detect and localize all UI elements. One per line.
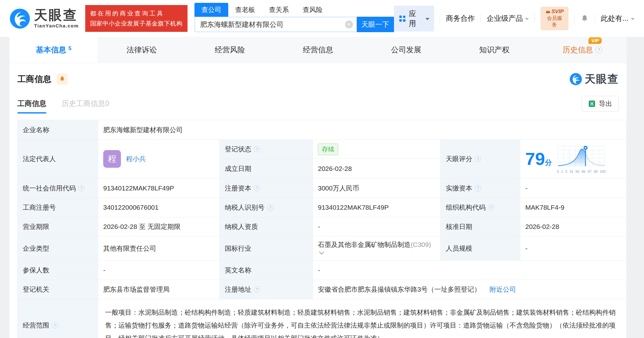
chevron-down-icon[interactable]	[319, 250, 324, 255]
business-info-panel: 工商信息 天眼查 工商信息 历史工商信息0 导出	[9, 63, 627, 338]
field-label: 经营范围?	[18, 299, 98, 338]
insured-count-value: -	[98, 261, 220, 280]
tab-label: 基本信息	[36, 45, 66, 55]
apps-menu-button[interactable]: 应用	[394, 6, 434, 32]
grid-icon	[399, 15, 406, 22]
approval-date-value: 2026-02-28	[520, 217, 627, 236]
field-label: 企业名称	[18, 120, 98, 140]
help-icon[interactable]: ?	[254, 286, 260, 293]
tab-history-info[interactable]: 历史信息 VIP ?	[539, 37, 627, 63]
company-name-value: 肥东海螺新型建材有限公司	[98, 120, 627, 140]
tab-legal-litigation[interactable]: 法律诉讼	[98, 37, 186, 63]
tab-operation-info[interactable]: 经营信息	[274, 37, 362, 63]
export-button[interactable]: 导出	[581, 96, 619, 112]
logo-domain: TianYanCha.com	[34, 23, 79, 28]
table-row: 登记机关 肥东县市场监督管理局 注册地址? 安徽省合肥市肥东县撮镇镇东华路3号（…	[18, 280, 627, 299]
search-button[interactable]: 天眼一下	[357, 17, 394, 32]
field-label: 人员规模	[441, 236, 520, 261]
logo-swirl-icon	[9, 8, 30, 29]
svip-label: SVIP	[552, 9, 564, 15]
field-label: 法定代表人	[18, 140, 98, 178]
company-tabbar: 基本信息 5 法律诉讼 经营风险 经营信息 公司发展 知识产权 历史信息 VIP…	[9, 37, 627, 63]
subtab-business-info[interactable]: 工商信息	[17, 99, 46, 114]
score-value: 79	[525, 149, 545, 169]
tianyancha-logo[interactable]: 天眼查 TianYanCha.com	[9, 8, 79, 29]
subtab-history-business-info[interactable]: 历史工商信息0	[62, 99, 109, 114]
search-tab-risk[interactable]: 查风险	[296, 3, 330, 17]
tab-basic-info[interactable]: 基本信息 5	[9, 37, 98, 63]
business-info-table: 企业名称 肥东海螺新型建材有限公司 法定代表人 程 程小兵 登记状态? 存续 天…	[17, 120, 627, 338]
tab-company-development[interactable]: 公司发展	[362, 37, 450, 63]
reg-number-value: 340122000676001	[98, 198, 220, 217]
search-tab-company[interactable]: 查公司	[194, 3, 228, 17]
field-label: 登记机关	[18, 280, 98, 299]
help-icon[interactable]: ?	[254, 185, 260, 191]
tab-operation-risk[interactable]: 经营风险	[186, 37, 274, 63]
industry-value[interactable]: 石墨及其他非金属矿物制品制造(C309)	[313, 236, 441, 261]
field-label: 组织机构代码?	[441, 198, 520, 217]
subtab-label: 历史工商信息	[62, 99, 105, 108]
field-label: 天眼评分?	[441, 140, 520, 178]
nearby-companies-link[interactable]: 附近公司	[490, 285, 516, 294]
logo-swirl-icon	[569, 73, 582, 85]
field-label: 成立日期	[220, 159, 313, 178]
monitor-bell-button[interactable]	[57, 73, 68, 85]
score-unit: 分	[545, 159, 552, 166]
header-nav: 应用 商务合作 企业级产品 SVIP 会员服务 此处有...	[394, 6, 635, 32]
industry-code: (C309)	[411, 241, 431, 248]
section-title: 工商信息	[17, 73, 51, 85]
search-tab-relation[interactable]: 查关系	[262, 3, 296, 17]
svip-member-button[interactable]: SVIP 会员服务	[540, 7, 569, 30]
clear-search-icon[interactable]: ✕	[345, 20, 353, 28]
business-term-value: 2026-02-28 至 无固定期限	[98, 217, 220, 236]
help-icon[interactable]: ?	[595, 46, 602, 53]
promo-line1: 都在用的商业查询工具	[90, 9, 183, 18]
tab-label: 历史信息	[563, 45, 593, 55]
promo-line2: 国家中小企业发展子基金旗下机构	[90, 19, 183, 28]
score-axis: 0131550859799100	[556, 170, 606, 173]
table-row: 企业类型 其他有限责任公司 国标行业 石墨及其他非金属矿物制品制造(C309) …	[18, 236, 627, 261]
reg-address-value: 安徽省合肥市肥东县撮镇镇东华路3号（一址多照登记）	[318, 285, 481, 294]
help-icon[interactable]: ?	[488, 204, 494, 211]
help-icon[interactable]: ?	[52, 322, 58, 329]
staff-size-value: -	[520, 236, 627, 261]
tab-intellectual-property[interactable]: 知识产权	[450, 37, 538, 63]
bell-icon	[59, 76, 66, 83]
field-label: 企业类型	[18, 236, 98, 261]
reg-capital-value: 3000万人民币	[313, 178, 441, 198]
org-code-value: MAK78LF4-9	[520, 198, 627, 217]
logo-text: 天眼查	[34, 9, 79, 22]
search-tab-boss[interactable]: 查老板	[228, 3, 262, 17]
paid-capital-value: -	[520, 178, 627, 198]
tab-label: 知识产权	[479, 45, 510, 55]
legal-rep-link[interactable]: 程小兵	[126, 154, 146, 163]
field-label: 统一社会信用代码?	[18, 178, 98, 198]
table-row: 法定代表人 程 程小兵 登记状态? 存续 天眼评分? 79分	[18, 140, 627, 159]
english-name-value: -	[313, 261, 627, 280]
help-icon[interactable]: ?	[254, 146, 260, 152]
help-icon[interactable]: ?	[475, 185, 481, 191]
notification-bell-icon[interactable]	[580, 14, 589, 23]
field-label: 纳税人资质	[220, 217, 313, 236]
user-menu[interactable]: 此处有...	[601, 14, 635, 23]
tianyan-score[interactable]: 79分	[525, 143, 621, 175]
chevron-down-icon	[426, 18, 429, 20]
field-label: 核准日期	[441, 217, 520, 236]
search-input[interactable]	[194, 17, 357, 32]
tab-label: 经营风险	[215, 45, 245, 55]
help-icon[interactable]: ?	[78, 185, 85, 191]
help-icon[interactable]: ?	[475, 156, 481, 162]
chevron-down-icon	[525, 18, 529, 20]
tab-label: 公司发展	[391, 45, 421, 55]
help-icon[interactable]: ?	[267, 204, 273, 211]
table-row: 统一社会信用代码? 91340122MAK78LF49P 注册资本? 3000万…	[18, 178, 627, 198]
taxpayer-quality-value: -	[313, 217, 441, 236]
table-row: 经营范围? 一般项目：水泥制品制造；砼结构构件制造；轻质建筑材料制造；轻质建筑材…	[18, 299, 627, 338]
legal-rep-avatar[interactable]: 程	[103, 150, 121, 168]
search-area: 查公司 查老板 查关系 查风险 ✕ 天眼一下	[194, 3, 394, 32]
svip-sublabel: 会员服务	[545, 15, 564, 28]
business-cooperation-link[interactable]: 商务合作	[446, 14, 475, 23]
divider	[534, 15, 535, 23]
field-label: 参保人数	[18, 261, 98, 280]
enterprise-products-link[interactable]: 企业级产品	[486, 14, 529, 23]
